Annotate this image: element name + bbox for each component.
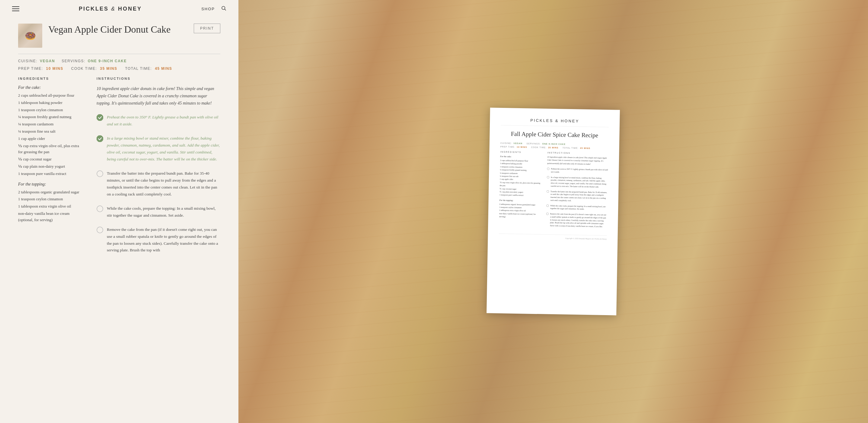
left-panel: PICKLES & HONEY SHOP 🍩 Vegan Apple Cider… <box>0 0 239 423</box>
step-1-check[interactable] <box>97 114 103 121</box>
print-ingredients-heading: INGREDIENTS <box>500 151 542 153</box>
ingredient-baking-powder: 1 tablespoon baking powder <box>18 100 85 106</box>
print-instructions-col: INSTRUCTIONS 10 ingredient apple cider d… <box>546 152 608 230</box>
shop-link[interactable]: SHOP <box>201 7 215 11</box>
print-topping-4: non-dairy vanilla bean ice cream (option… <box>499 212 541 219</box>
print-cuisine-value: VEGAN <box>514 142 522 144</box>
svg-point-0 <box>222 6 225 10</box>
print-topping-ingredients: 2 tablespoons organic brown granulated s… <box>499 203 542 219</box>
print-step-2-circle <box>547 176 549 178</box>
topping-sugar: 2 tablespoons organic granulated sugar <box>18 189 85 196</box>
step-1-text: Preheat the oven to 350° F. Lightly grea… <box>107 114 220 128</box>
time-row: PREP TIME: 10 MINS COOK TIME: 35 MINS TO… <box>18 66 220 71</box>
step-3: Transfer the batter into the prepared bu… <box>97 170 220 198</box>
cake-ingredients-heading: For the cake: <box>18 85 85 90</box>
print-servings-value: ONE 9-INCH CAKE <box>542 143 566 145</box>
print-step-2-text: In a large mixing bowl or stand mixer, c… <box>551 176 608 189</box>
step-1: Preheat the oven to 350° F. Lightly grea… <box>97 114 220 128</box>
print-step-5: Remove the cake from the pan (if it does… <box>546 213 607 228</box>
ingredient-vanilla: 1 teaspoon pure vanilla extract <box>18 171 85 177</box>
step-4-check[interactable] <box>97 205 103 212</box>
step-4-text: While the cake cools, prepare the toppin… <box>107 205 220 219</box>
print-instructions-heading: INSTRUCTIONS <box>547 152 608 155</box>
site-header: PICKLES & HONEY SHOP <box>0 0 239 18</box>
search-icon[interactable] <box>221 5 226 12</box>
prep-time-label: PREP TIME: <box>18 66 43 71</box>
print-two-col: INGREDIENTS For the cake: 2 cups unbleac… <box>499 151 608 230</box>
ingredients-column: INGREDIENTS For the cake: 2 cups unbleac… <box>18 77 85 261</box>
recipe-main-title: Vegan Apple Cider Donut Cake <box>48 24 170 35</box>
print-step-4-circle <box>546 204 549 207</box>
print-intro: 10 ingredient apple cider donuts in cake… <box>547 156 609 166</box>
topping-cinnamon: 1 teaspoon ceylon cinnamon <box>18 196 85 202</box>
ingredient-cider: 1 cup apple cider <box>18 136 85 142</box>
print-step-1-text: Preheat the oven to 350° F. Lightly grea… <box>551 167 608 174</box>
ingredient-cardamom: ¼ teaspoon cardamom <box>18 121 85 128</box>
total-time-value: 45 MINS <box>155 66 172 71</box>
step-5-text: Remove the cake from the pan (if it does… <box>107 226 220 254</box>
step-5-check[interactable] <box>97 227 103 233</box>
print-step-1-circle <box>547 168 549 170</box>
ingredient-coconut-sugar: ⅓ cup coconut sugar <box>18 156 85 163</box>
servings-value: ONE 9-INCH CAKE <box>88 59 127 63</box>
ingredient-flour: 2 cups unbleached all-purpose flour <box>18 92 85 99</box>
print-step-5-text: Remove the cake from the pan (if it does… <box>550 213 607 228</box>
print-total-label: TOTAL TIME: <box>563 146 579 149</box>
divider <box>18 54 220 54</box>
cuisine-value: VEGAN <box>40 59 55 63</box>
ingredient-salt: ¼ teaspoon fine sea salt <box>18 129 85 135</box>
recipe-content: 🍩 Vegan Apple Cider Donut Cake PRINT CUI… <box>0 18 239 423</box>
site-logo[interactable]: PICKLES & HONEY <box>79 6 142 12</box>
svg-point-5 <box>97 206 103 212</box>
step-4: While the cake cools, prepare the toppin… <box>97 205 220 219</box>
cook-time-value: 35 MINS <box>100 66 117 71</box>
total-time-label: TOTAL TIME: <box>125 66 152 71</box>
print-total-value: 45 MINS <box>580 147 590 149</box>
step-2-text: In a large mixing bowl or stand mixer, c… <box>107 135 220 163</box>
step-2-check[interactable] <box>97 135 103 142</box>
topping-ice-cream: non-dairy vanilla bean ice cream (option… <box>18 210 85 223</box>
print-page: PICKLES & HONEY Fall Apple Cider Spice C… <box>487 108 620 315</box>
time-sep2 <box>120 66 122 71</box>
right-panel: PICKLES & HONEY Fall Apple Cider Spice C… <box>239 0 868 423</box>
recipe-header-row: 🍩 Vegan Apple Cider Donut Cake PRINT <box>18 24 220 48</box>
two-column-layout: INGREDIENTS For the cake: 2 cups unbleac… <box>18 77 220 261</box>
prep-time-value: 10 MINS <box>46 66 63 71</box>
print-ingredients-col: INGREDIENTS For the cake: 2 cups unbleac… <box>499 151 542 229</box>
recipe-thumbnail: 🍩 <box>18 24 42 48</box>
topping-ingredients-heading: For the topping: <box>18 182 85 187</box>
print-cuisine-label: CUISINE: <box>500 142 512 144</box>
hamburger-menu-icon[interactable] <box>12 6 19 11</box>
svg-point-2 <box>97 114 103 121</box>
print-button[interactable]: PRINT <box>194 24 220 33</box>
print-ingredient-11: 1 teaspoon pure vanilla extract <box>499 193 542 197</box>
print-ingredient-8: ⅓ cup extra virgin olive oil, plus extra… <box>499 181 542 188</box>
step-3-check[interactable] <box>97 170 103 177</box>
print-cook-value: 35 MINS <box>548 146 558 149</box>
recipe-intro: 10 ingredient apple cider donuts in cake… <box>97 85 220 107</box>
step-5: Remove the cake from the pan (if it does… <box>97 226 220 254</box>
recipe-thumb-image: 🍩 <box>18 24 42 48</box>
print-step-2: In a large mixing bowl or stand mixer, c… <box>547 175 608 189</box>
print-cook-label: COOK TIME: <box>531 146 547 148</box>
print-meta-row2: PREP TIME: 10 MINS COOK TIME: 35 MINS TO… <box>500 145 609 149</box>
ingredients-heading: INGREDIENTS <box>18 77 85 80</box>
meta-divider <box>57 59 59 63</box>
topping-ingredients-list: 2 tablespoons organic granulated sugar 1… <box>18 189 85 223</box>
meta-row: CUISINE: VEGAN SERVINGS: ONE 9-INCH CAKE <box>18 59 220 63</box>
time-sep1 <box>66 66 68 71</box>
header-right: SHOP <box>201 5 226 12</box>
servings-label: SERVINGS: <box>62 59 85 63</box>
print-step-3-circle <box>547 190 549 193</box>
print-step-3-text: Transfer the batter into the prepared bu… <box>551 190 608 203</box>
recipe-title-section: 🍩 Vegan Apple Cider Donut Cake <box>18 24 170 48</box>
cuisine-label: CUISINE: <box>18 59 37 63</box>
print-step-3: Transfer the batter into the prepared bu… <box>547 190 608 203</box>
instructions-column: INSTRUCTIONS 10 ingredient apple cider d… <box>97 77 220 261</box>
print-servings-label: SERVINGS: <box>527 142 541 145</box>
ingredient-yogurt: ⅓ cup plain non-dairy yogurt <box>18 164 85 170</box>
svg-point-4 <box>97 171 103 177</box>
ingredient-nutmeg: ¼ teaspoon freshly grated nutmeg <box>18 114 85 120</box>
print-step-5-circle <box>546 213 549 215</box>
topping-olive-oil: 1 tablespoon extra virgin olive oil <box>18 203 85 210</box>
